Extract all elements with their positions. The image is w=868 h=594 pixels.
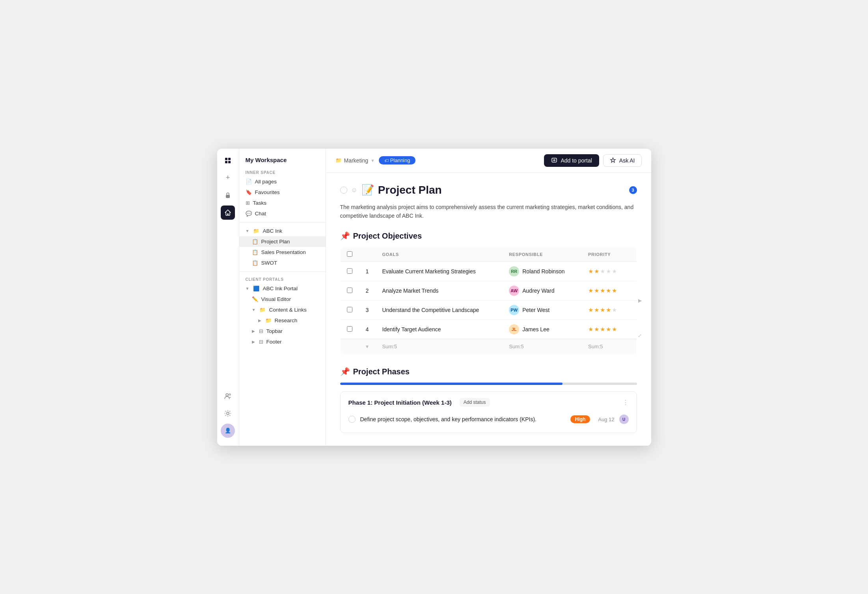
table-scroll-right-icon[interactable]: ▶ (638, 298, 642, 303)
chevron-down-icon-portal: ▼ (246, 286, 250, 291)
phases-title: 📌 Project Phases (340, 367, 637, 376)
logo-button[interactable] (221, 153, 235, 168)
avatar-0: RR (509, 266, 519, 276)
phase-progress-bar (340, 383, 637, 385)
folder2-icon: 📁 (259, 307, 266, 313)
settings-button[interactable] (221, 406, 235, 420)
select-all-checkbox[interactable] (347, 251, 352, 257)
row-checkbox-0[interactable] (347, 268, 352, 274)
table-row: 2Analyze Market Trends AW Audrey Ward ★★… (340, 281, 637, 301)
lock-button[interactable] (221, 188, 235, 202)
row-goal-3: Identify Target Audience (376, 320, 503, 339)
sidebar-item-sales-presentation[interactable]: 📋 Sales Presentation (239, 247, 326, 258)
add-button[interactable]: + (221, 171, 235, 185)
breadcrumb-chevron-icon: ▼ (371, 158, 375, 163)
responsible-name-1: Audrey Ward (522, 288, 554, 294)
star-icon: ★ (600, 268, 605, 275)
row-goal-2: Understand the Competitive Landscape (376, 301, 503, 320)
client-portals-label: CLIENT PORTALS (239, 275, 326, 283)
priority-badge-high: High (570, 415, 590, 423)
star-icon: ★ (606, 326, 611, 333)
svg-point-7 (227, 412, 229, 415)
notification-badge: 3 (629, 186, 637, 194)
header-left: 📁 Marketing ▼ 🏷 Planning (335, 156, 416, 164)
add-to-portal-button[interactable]: Add to portal (544, 154, 599, 167)
phase-options-icon[interactable]: ⋮ (622, 399, 629, 406)
sidebar-item-project-plan[interactable]: 📋 Project Plan (239, 236, 326, 247)
icon-bar: + (217, 149, 239, 446)
home-button[interactable] (221, 205, 235, 220)
sidebar-item-research[interactable]: ▶ 📁 Research (239, 315, 326, 326)
add-status-button[interactable]: Add status (460, 398, 490, 407)
app-window: + (217, 149, 651, 446)
tag-label: Planning (390, 157, 410, 163)
row-goal-0: Evaluate Current Marketing Strategies (376, 262, 503, 281)
row-checkbox-2[interactable] (347, 307, 352, 312)
col-checkbox (340, 247, 359, 262)
row-responsible-1: AW Audrey Ward (503, 281, 582, 301)
page-title: Project Plan (378, 184, 442, 196)
star-icon: ★ (600, 287, 605, 294)
add-to-portal-label: Add to portal (561, 157, 592, 164)
page-status-emoji: ☺ (351, 187, 358, 194)
star-icon: ★ (606, 268, 611, 275)
avatar-3: JL (509, 324, 519, 334)
star-icon: ★ (594, 306, 599, 314)
sidebar-item-favourites[interactable]: 🔖 Favourites (239, 187, 326, 198)
star-icon: ★ (588, 268, 593, 275)
sidebar-label-abc-ink: ABC Ink (263, 228, 282, 234)
phase-title: Phase 1: Project Initiation (Week 1-3) (348, 399, 452, 406)
title-emoji: 📝 (361, 184, 374, 196)
chevron-topbar-icon: ▶ (252, 329, 255, 333)
col-num (359, 247, 376, 262)
folder3-icon: 📁 (265, 318, 272, 323)
sidebar-item-abc-ink[interactable]: ▼ 📁 ABC Ink (239, 226, 326, 236)
sidebar-item-footer[interactable]: ▶ ⊟ Footer (239, 336, 326, 347)
star-icon: ★ (612, 306, 617, 314)
table-expand-icon[interactable]: ⤢ (638, 333, 642, 338)
sidebar-label-topbar: Topbar (266, 328, 283, 334)
user-avatar[interactable]: 👤 (221, 424, 235, 438)
sum-responsible-cell: Sum:5 (503, 339, 582, 354)
portal-btn-icon (551, 157, 557, 164)
row-checkbox-3[interactable] (347, 326, 352, 332)
row-num-2: 3 (359, 301, 376, 320)
chat-icon: 💬 (246, 211, 252, 217)
sum-priority-cell: Sum:5 (582, 339, 637, 354)
sidebar-item-all-pages[interactable]: 📄 All pages (239, 176, 326, 187)
star-icon: ★ (606, 287, 611, 294)
task-avatar-initials: U (622, 417, 625, 422)
ask-ai-button[interactable]: Ask AI (603, 154, 642, 167)
expand-icon[interactable]: ▼ (365, 344, 370, 349)
sidebar-label-footer: Footer (266, 339, 282, 345)
team-button[interactable] (221, 389, 235, 403)
footer-icon: ⊟ (259, 339, 263, 345)
row-checkbox-1[interactable] (347, 288, 352, 293)
responsible-name-2: Peter West (522, 307, 549, 313)
sum-row: ▼ Sum:5 Sum:5 Sum:5 (340, 339, 637, 354)
page-description: The marketing analysis project aims to c… (340, 203, 637, 220)
header-right: Add to portal Ask AI (544, 154, 641, 167)
svg-rect-4 (226, 195, 230, 198)
avatar-2: PW (509, 305, 519, 315)
star-icon: ★ (612, 268, 617, 275)
task-checkbox[interactable] (348, 416, 356, 423)
star-icon: ★ (594, 326, 599, 333)
star-icon: ★ (600, 326, 605, 333)
sidebar-item-topbar[interactable]: ▶ ⊟ Topbar (239, 326, 326, 336)
sidebar-item-swot[interactable]: 📋 SWOT (239, 258, 326, 268)
sidebar-item-chat[interactable]: 💬 Chat (239, 208, 326, 219)
row-priority-3: ★★★★★ (582, 320, 637, 339)
sidebar-divider-2 (239, 271, 326, 272)
sidebar-item-content-links[interactable]: ▼ 📁 Content & Links (239, 304, 326, 315)
main-area: 📁 Marketing ▼ 🏷 Planning Add to portal (326, 149, 651, 446)
sidebar-item-visual-editor[interactable]: ✏️ Visual Editor (239, 294, 326, 304)
sidebar-item-tasks[interactable]: ⊞ Tasks (239, 198, 326, 208)
planning-tag[interactable]: 🏷 Planning (379, 156, 416, 164)
table-header-row: GOALS RESPONSIBLE PRIORITY (340, 247, 637, 262)
col-responsible: RESPONSIBLE (503, 247, 582, 262)
objectives-emoji: 📌 (340, 231, 350, 241)
sidebar-item-abc-ink-portal[interactable]: ▼ 🟦 ABC Ink Portal (239, 283, 326, 294)
sidebar-label-tasks: Tasks (253, 200, 267, 206)
portal-icon: 🟦 (253, 286, 259, 291)
